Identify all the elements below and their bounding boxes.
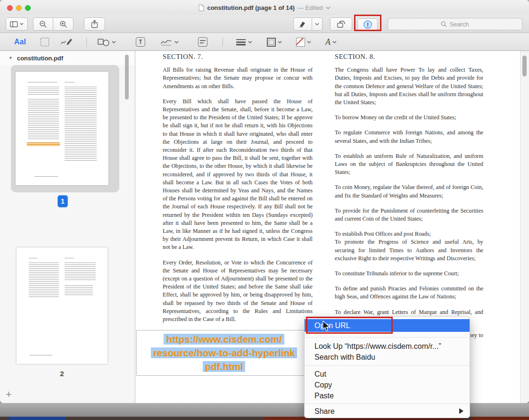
signature-tool[interactable]: [160, 33, 179, 51]
section-7-paragraph: Every Order, Resolution, or Vote to whic…: [163, 259, 313, 324]
zoom-out-button[interactable]: [33, 17, 53, 31]
mouse-cursor: [322, 321, 331, 332]
title-chevron-down-icon[interactable]: [326, 6, 331, 9]
window-title: constitution.pdf (page 1 of 14): [207, 4, 295, 11]
section-8-clause: The Congress shall have Power To lay and…: [335, 66, 483, 107]
share-icon: [91, 20, 98, 28]
section-8-clause: To establish Post Offices and post Roads…: [335, 230, 483, 238]
highlight-pen-button[interactable]: [293, 17, 312, 31]
url-selected-text[interactable]: pdf.html: [203, 361, 246, 372]
menu-separator: [305, 404, 470, 404]
document-scrollbar-thumb[interactable]: [522, 56, 527, 76]
url-selected-text[interactable]: https://www.cisdem.com/: [164, 334, 284, 345]
page-1-thumbnail-image: [16, 72, 108, 185]
magnifier-minus-icon: [39, 20, 47, 28]
section-7-paragraph: All Bills for raising Revenue shall orig…: [163, 66, 313, 91]
sidebar-view-button[interactable]: [6, 17, 28, 31]
url-selected-text[interactable]: resource/how-to-add-hyperlink: [151, 347, 298, 358]
chevron-down-icon: [307, 41, 311, 44]
url-annotation-box[interactable]: https://www.cisdem.com/ resource/how-to-…: [136, 330, 312, 376]
chevron-down-icon: [332, 41, 337, 44]
red-highlight-markup-button: [354, 15, 381, 31]
chevron-down-icon: [248, 41, 252, 44]
text-style-icon: A: [325, 37, 331, 47]
document-proxy-icon: [198, 4, 204, 11]
search-placeholder: Search: [449, 21, 469, 28]
main-toolbar: Search: [0, 15, 529, 33]
fill-color-icon: [296, 38, 305, 47]
section-8-clause: To borrow Money on the credit of the Uni…: [335, 114, 483, 122]
page-2-label: 2: [17, 370, 107, 378]
menu-item-paste[interactable]: Paste: [305, 390, 470, 401]
document-scrollbar-track[interactable]: [520, 51, 529, 403]
sidebar-scrollbar[interactable]: [125, 55, 129, 99]
page-1-thumbnail-selected[interactable]: [11, 65, 119, 192]
note-icon: [198, 37, 207, 47]
sidebar-filename: constitution.pdf: [17, 55, 63, 62]
window-title-area: constitution.pdf (page 1 of 14) — Edited: [0, 0, 529, 15]
page-2-thumbnail[interactable]: [17, 247, 107, 364]
pdf-column-left: SECTION. 7. All Bills for raising Revenu…: [163, 53, 313, 330]
red-highlight-open-url: [306, 317, 393, 334]
section-8-clause: To establish an uniform Rule of Naturali…: [335, 152, 483, 177]
rotate-left-icon: [337, 20, 346, 28]
section-7-heading: SECTION. 7.: [163, 53, 313, 61]
line-style-tool[interactable]: [236, 33, 252, 51]
chevron-down-icon: [174, 41, 179, 44]
section-7-paragraph: Every Bill which shall have passed the H…: [163, 98, 313, 252]
menu-separator: [305, 365, 470, 366]
title-bar: constitution.pdf (page 1 of 14) — Edited: [0, 0, 529, 15]
chevron-down-icon: [315, 23, 319, 26]
menu-item-search-with-baidu[interactable]: Search with Baidu: [305, 352, 470, 362]
edited-label: — Edited: [298, 4, 322, 11]
url-line: resource/how-to-add-hyperlink: [151, 346, 298, 360]
menu-item-cut[interactable]: Cut: [305, 369, 470, 379]
section-8-clause: To regulate Commerce with foreign Nation…: [335, 129, 483, 145]
section-8-clause: To define and punish Piracies and Feloni…: [335, 285, 483, 301]
section-8-clause: To promote the Progress of Science and u…: [335, 238, 483, 263]
line-weights-icon: [236, 38, 246, 46]
text-box-tool[interactable]: T: [136, 33, 145, 51]
sketch-pen-icon: [60, 37, 73, 47]
toolbar-divider: [86, 37, 87, 47]
shapes-icon: [98, 38, 110, 47]
text-selection-icon: AaI: [14, 38, 26, 46]
add-page-button[interactable]: +: [6, 388, 12, 401]
thumbnail-sidebar: ▼ constitution.pdf 1: [0, 51, 135, 403]
section-8-heading: SECTION. 8.: [335, 53, 483, 61]
signature-icon: [160, 38, 173, 46]
section-8-clause: To constitute Tribunals inferior to the …: [335, 270, 483, 278]
share-button[interactable]: [84, 17, 105, 31]
text-selection-tool[interactable]: AaI: [14, 33, 26, 51]
chevron-down-icon: [278, 41, 282, 44]
text-style-tool[interactable]: A: [325, 33, 337, 51]
highlighter-icon: [298, 20, 307, 28]
search-icon: [441, 21, 447, 27]
border-color-tool[interactable]: [267, 33, 282, 51]
zoom-in-button[interactable]: [53, 17, 74, 31]
chevron-down-icon: [20, 23, 24, 25]
section-8-clause: To provide for the Punishment of counter…: [335, 207, 483, 223]
url-line: https://www.cisdem.com/: [164, 332, 284, 346]
url-line: pdf.html: [203, 360, 246, 373]
menu-separator: [305, 337, 470, 338]
rectangular-selection-tool[interactable]: [41, 33, 49, 51]
menu-item-copy[interactable]: Copy: [305, 379, 470, 390]
rotate-button[interactable]: [330, 17, 352, 31]
note-tool[interactable]: [198, 33, 207, 51]
section-8-clause: To coin Money, regulate the Value thereo…: [335, 183, 483, 199]
menu-item-look-up[interactable]: Look Up “https://www.cisdem.com/r...”: [305, 341, 470, 352]
sketch-tool[interactable]: [60, 33, 73, 51]
chevron-down-icon: [112, 41, 116, 44]
screenshot-stage: constitution.pdf (page 1 of 14) — Edited: [0, 0, 529, 420]
sidebar-header[interactable]: ▼ constitution.pdf: [0, 51, 135, 65]
disclosure-triangle-icon[interactable]: ▼: [8, 56, 13, 60]
highlight-pen-dropdown[interactable]: [312, 17, 322, 31]
menu-item-share[interactable]: Share: [305, 406, 470, 417]
page-1-badge: 1: [58, 195, 68, 207]
submenu-arrow-icon: [459, 408, 463, 414]
border-color-icon: [267, 38, 276, 47]
search-input[interactable]: Search: [388, 18, 522, 30]
fill-color-tool[interactable]: [296, 33, 311, 51]
shapes-tool[interactable]: [98, 33, 116, 51]
